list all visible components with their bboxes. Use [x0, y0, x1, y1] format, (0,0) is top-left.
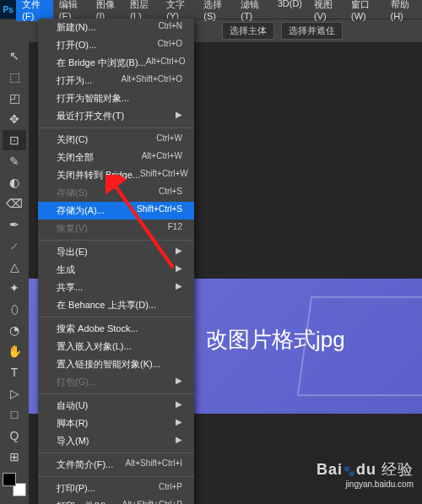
menu-item[interactable]: 文件简介(F)...Alt+Shift+Ctrl+I: [38, 456, 194, 474]
menu-item[interactable]: 关闭并转到 Bridge...Shift+Ctrl+W: [38, 166, 194, 184]
tool-12[interactable]: ⬯: [3, 299, 26, 319]
submenu-arrow-icon: ▶: [176, 399, 182, 412]
submenu-arrow-icon: ▶: [176, 263, 182, 276]
menu-图层[interactable]: 图层(L): [124, 0, 160, 21]
menu-item[interactable]: 搜索 Adobe Stock...: [38, 320, 194, 338]
tool-3[interactable]: ✥: [3, 109, 26, 129]
menu-item-label: 置入嵌入对象(L)...: [57, 340, 132, 353]
tool-19[interactable]: ⊞: [3, 447, 26, 467]
tool-6[interactable]: ◐: [3, 172, 26, 192]
menu-item[interactable]: 最近打开文件(T)▶: [38, 107, 194, 125]
menu-窗口[interactable]: 窗口(W): [345, 0, 384, 21]
menu-item-label: 打包(G)...: [57, 376, 96, 388]
menu-item[interactable]: 打开(O)...Ctrl+O: [38, 36, 194, 54]
menu-item[interactable]: 置入嵌入对象(L)...: [38, 338, 194, 355]
submenu-arrow-icon: ▶: [176, 246, 182, 258]
color-swatches[interactable]: [3, 473, 26, 496]
menu-item-label: 新建(N)...: [57, 21, 95, 34]
menu-item-label: 搜索 Adobe Stock...: [57, 322, 138, 335]
submenu-arrow-icon: ▶: [176, 435, 182, 447]
menu-item-label: 脚本(R): [57, 417, 88, 430]
menu-item[interactable]: 自动(U)▶: [38, 397, 194, 415]
menu-item[interactable]: 打印(P)...Ctrl+P: [38, 480, 194, 497]
select-and-mask-button[interactable]: 选择并遮住: [281, 22, 343, 40]
menu-item[interactable]: 关闭(C)Ctrl+W: [38, 131, 194, 149]
menu-item[interactable]: 在 Bridge 中浏览(B)...Alt+Ctrl+O: [38, 54, 194, 72]
tool-7[interactable]: ⌫: [3, 193, 26, 214]
menu-item: 打包(G)...▶: [38, 373, 194, 391]
submenu-arrow-icon: ▶: [176, 417, 182, 430]
menu-item[interactable]: 生成▶: [38, 261, 194, 279]
select-subject-button[interactable]: 选择主体: [222, 22, 274, 40]
menu-item-label: 导出(E): [57, 246, 88, 258]
menu-separator: [38, 127, 194, 128]
menu-item-shortcut: Alt+Shift+Ctrl+I: [125, 458, 182, 471]
menu-item-label: 打开(O)...: [57, 39, 96, 51]
wm-url: jingyan.baidu.com: [316, 480, 414, 489]
menu-item-label: 共享...: [57, 281, 83, 294]
tool-13[interactable]: ◔: [3, 320, 26, 340]
menu-item-shortcut: Ctrl+O: [158, 39, 182, 51]
menu-3d[interactable]: 3D(D): [272, 0, 308, 21]
menu-item[interactable]: 在 Behance 上共享(D)...: [38, 296, 194, 314]
menu-item-label: 关闭并转到 Bridge...: [57, 169, 140, 182]
menu-item[interactable]: 打印一份(Y)Alt+Shift+Ctrl+P: [38, 497, 194, 504]
menu-separator: [38, 317, 194, 317]
document-text: 改图片格式jpg: [206, 325, 345, 355]
menu-文件[interactable]: 文件(F): [16, 0, 52, 21]
menu-滤镜[interactable]: 滤镜(T): [235, 0, 271, 21]
menu-文字[interactable]: 文字(Y): [160, 0, 197, 21]
menu-item-label: 打开为智能对象...: [57, 92, 129, 105]
menu-item[interactable]: 置入链接的智能对象(K)...: [38, 355, 194, 373]
tool-1[interactable]: ⬚: [3, 67, 26, 87]
menu-图像[interactable]: 图像(I): [90, 0, 124, 21]
menu-item[interactable]: 打开为智能对象...: [38, 89, 194, 107]
tool-0[interactable]: ↖: [3, 46, 26, 66]
menu-item-label: 关闭(C): [57, 133, 88, 146]
tool-10[interactable]: △: [3, 257, 26, 277]
menu-item: 恢复(V)F12: [38, 219, 194, 237]
file-menu-dropdown: 新建(N)...Ctrl+N打开(O)...Ctrl+O在 Bridge 中浏览…: [38, 19, 194, 504]
tool-8[interactable]: ✒: [3, 214, 26, 235]
wm-part1: Bai: [316, 461, 343, 478]
menu-separator: [38, 240, 194, 241]
menu-item[interactable]: 关闭全部Alt+Ctrl+W: [38, 149, 194, 166]
tool-17[interactable]: □: [3, 404, 26, 425]
paw-icon: 🐾: [343, 465, 356, 477]
menu-item[interactable]: 导出(E)▶: [38, 243, 194, 261]
menu-item[interactable]: 脚本(R)▶: [38, 415, 194, 432]
menu-视图[interactable]: 视图(V): [308, 0, 345, 21]
menu-编辑[interactable]: 编辑(E): [53, 0, 90, 21]
watermark: Bai🐾du 经验 jingyan.baidu.com: [316, 459, 414, 489]
tool-2[interactable]: ◰: [3, 88, 26, 108]
menu-item[interactable]: 导入(M)▶: [38, 432, 194, 450]
menu-separator: [38, 453, 194, 453]
menu-item-label: 关闭全部: [57, 151, 94, 164]
menu-item-shortcut: Ctrl+N: [158, 21, 182, 34]
tool-16[interactable]: ▷: [3, 383, 26, 404]
menu-帮助[interactable]: 帮助(H): [385, 0, 422, 21]
tool-18[interactable]: Q: [3, 425, 26, 446]
menu-item-label: 存储(S): [57, 187, 88, 199]
menu-item[interactable]: 新建(N)...Ctrl+N: [38, 19, 194, 36]
menu-bar: Ps 文件(F)编辑(E)图像(I)图层(L)文字(Y)选择(S)滤镜(T)3D…: [0, 0, 422, 19]
tool-11[interactable]: ✦: [3, 278, 26, 298]
tool-5[interactable]: ✎: [3, 151, 26, 171]
tool-15[interactable]: T: [3, 362, 26, 382]
submenu-arrow-icon: ▶: [176, 110, 182, 122]
tool-4[interactable]: ⊡: [3, 130, 26, 150]
wm-part2: du: [356, 461, 376, 478]
menu-选择[interactable]: 选择(S): [197, 0, 235, 21]
submenu-arrow-icon: ▶: [176, 281, 182, 294]
tool-9[interactable]: ⟋: [3, 236, 26, 256]
menu-item-label: 自动(U): [57, 399, 88, 412]
photoshop-logo: Ps: [0, 0, 16, 19]
menu-item-label: 文件简介(F)...: [57, 458, 113, 471]
menu-item-label: 生成: [57, 263, 75, 276]
menu-item[interactable]: 打开为...Alt+Shift+Ctrl+O: [38, 72, 194, 89]
tools-panel: ↖⬚◰✥⊡✎◐⌫✒⟋△✦⬯◔✋T▷□Q⊞: [0, 42, 29, 504]
menu-item-shortcut: Shift+Ctrl+W: [140, 169, 188, 182]
menu-item[interactable]: 存储为(A)...Shift+Ctrl+S: [38, 202, 194, 219]
tool-14[interactable]: ✋: [3, 341, 26, 361]
menu-item[interactable]: 共享...▶: [38, 279, 194, 296]
